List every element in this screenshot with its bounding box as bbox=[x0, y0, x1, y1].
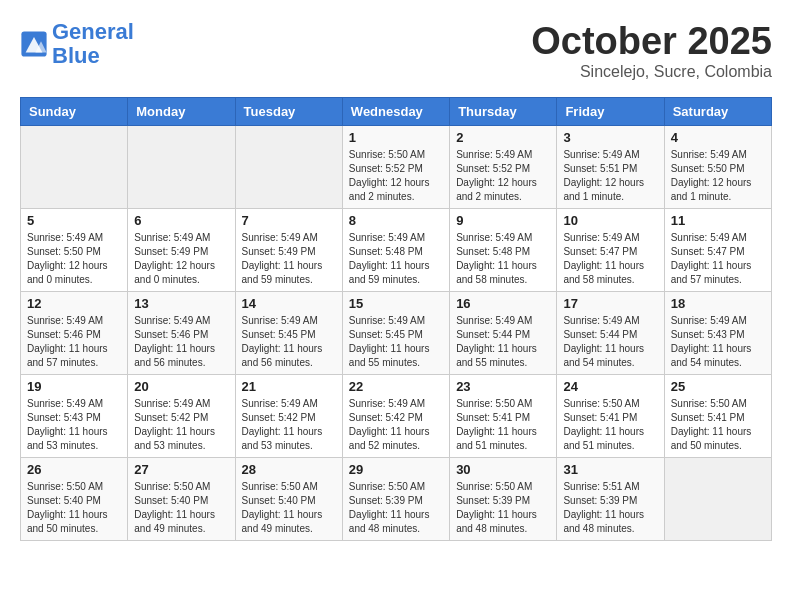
day-number: 8 bbox=[349, 213, 443, 228]
calendar-cell: 4Sunrise: 5:49 AM Sunset: 5:50 PM Daylig… bbox=[664, 126, 771, 209]
day-info: Sunrise: 5:49 AM Sunset: 5:42 PM Dayligh… bbox=[134, 397, 228, 453]
calendar-cell: 26Sunrise: 5:50 AM Sunset: 5:40 PM Dayli… bbox=[21, 458, 128, 541]
logo-icon bbox=[20, 30, 48, 58]
weekday-header-friday: Friday bbox=[557, 98, 664, 126]
day-number: 23 bbox=[456, 379, 550, 394]
title-block: October 2025 Sincelejo, Sucre, Colombia bbox=[531, 20, 772, 81]
calendar-cell: 25Sunrise: 5:50 AM Sunset: 5:41 PM Dayli… bbox=[664, 375, 771, 458]
calendar-cell: 13Sunrise: 5:49 AM Sunset: 5:46 PM Dayli… bbox=[128, 292, 235, 375]
calendar-cell: 2Sunrise: 5:49 AM Sunset: 5:52 PM Daylig… bbox=[450, 126, 557, 209]
week-row-4: 19Sunrise: 5:49 AM Sunset: 5:43 PM Dayli… bbox=[21, 375, 772, 458]
day-info: Sunrise: 5:49 AM Sunset: 5:50 PM Dayligh… bbox=[27, 231, 121, 287]
weekday-header-row: SundayMondayTuesdayWednesdayThursdayFrid… bbox=[21, 98, 772, 126]
calendar-cell: 23Sunrise: 5:50 AM Sunset: 5:41 PM Dayli… bbox=[450, 375, 557, 458]
calendar-cell: 30Sunrise: 5:50 AM Sunset: 5:39 PM Dayli… bbox=[450, 458, 557, 541]
calendar-cell: 3Sunrise: 5:49 AM Sunset: 5:51 PM Daylig… bbox=[557, 126, 664, 209]
weekday-header-sunday: Sunday bbox=[21, 98, 128, 126]
day-number: 4 bbox=[671, 130, 765, 145]
day-info: Sunrise: 5:49 AM Sunset: 5:49 PM Dayligh… bbox=[242, 231, 336, 287]
calendar-cell: 11Sunrise: 5:49 AM Sunset: 5:47 PM Dayli… bbox=[664, 209, 771, 292]
day-number: 17 bbox=[563, 296, 657, 311]
day-info: Sunrise: 5:49 AM Sunset: 5:42 PM Dayligh… bbox=[349, 397, 443, 453]
calendar-cell bbox=[128, 126, 235, 209]
weekday-header-thursday: Thursday bbox=[450, 98, 557, 126]
calendar-cell: 31Sunrise: 5:51 AM Sunset: 5:39 PM Dayli… bbox=[557, 458, 664, 541]
day-number: 7 bbox=[242, 213, 336, 228]
day-number: 21 bbox=[242, 379, 336, 394]
calendar-cell bbox=[21, 126, 128, 209]
calendar-cell bbox=[664, 458, 771, 541]
day-info: Sunrise: 5:49 AM Sunset: 5:47 PM Dayligh… bbox=[671, 231, 765, 287]
page-header: General Blue October 2025 Sincelejo, Suc… bbox=[20, 20, 772, 81]
day-number: 14 bbox=[242, 296, 336, 311]
day-number: 31 bbox=[563, 462, 657, 477]
day-number: 1 bbox=[349, 130, 443, 145]
weekday-header-tuesday: Tuesday bbox=[235, 98, 342, 126]
weekday-header-monday: Monday bbox=[128, 98, 235, 126]
day-info: Sunrise: 5:49 AM Sunset: 5:46 PM Dayligh… bbox=[134, 314, 228, 370]
day-number: 11 bbox=[671, 213, 765, 228]
calendar-cell: 24Sunrise: 5:50 AM Sunset: 5:41 PM Dayli… bbox=[557, 375, 664, 458]
day-info: Sunrise: 5:49 AM Sunset: 5:47 PM Dayligh… bbox=[563, 231, 657, 287]
calendar-cell: 7Sunrise: 5:49 AM Sunset: 5:49 PM Daylig… bbox=[235, 209, 342, 292]
day-info: Sunrise: 5:51 AM Sunset: 5:39 PM Dayligh… bbox=[563, 480, 657, 536]
logo-text-general: General bbox=[52, 19, 134, 44]
calendar-cell: 14Sunrise: 5:49 AM Sunset: 5:45 PM Dayli… bbox=[235, 292, 342, 375]
day-number: 6 bbox=[134, 213, 228, 228]
calendar-cell: 29Sunrise: 5:50 AM Sunset: 5:39 PM Dayli… bbox=[342, 458, 449, 541]
logo-text-blue: Blue bbox=[52, 43, 100, 68]
day-number: 24 bbox=[563, 379, 657, 394]
calendar-table: SundayMondayTuesdayWednesdayThursdayFrid… bbox=[20, 97, 772, 541]
calendar-cell: 22Sunrise: 5:49 AM Sunset: 5:42 PM Dayli… bbox=[342, 375, 449, 458]
day-number: 27 bbox=[134, 462, 228, 477]
day-info: Sunrise: 5:49 AM Sunset: 5:51 PM Dayligh… bbox=[563, 148, 657, 204]
calendar-cell: 5Sunrise: 5:49 AM Sunset: 5:50 PM Daylig… bbox=[21, 209, 128, 292]
day-number: 16 bbox=[456, 296, 550, 311]
day-info: Sunrise: 5:49 AM Sunset: 5:44 PM Dayligh… bbox=[456, 314, 550, 370]
calendar-cell bbox=[235, 126, 342, 209]
day-number: 25 bbox=[671, 379, 765, 394]
day-number: 30 bbox=[456, 462, 550, 477]
day-number: 20 bbox=[134, 379, 228, 394]
calendar-cell: 17Sunrise: 5:49 AM Sunset: 5:44 PM Dayli… bbox=[557, 292, 664, 375]
day-info: Sunrise: 5:49 AM Sunset: 5:44 PM Dayligh… bbox=[563, 314, 657, 370]
weekday-header-saturday: Saturday bbox=[664, 98, 771, 126]
calendar-cell: 10Sunrise: 5:49 AM Sunset: 5:47 PM Dayli… bbox=[557, 209, 664, 292]
day-number: 26 bbox=[27, 462, 121, 477]
month-title: October 2025 bbox=[531, 20, 772, 63]
day-info: Sunrise: 5:49 AM Sunset: 5:45 PM Dayligh… bbox=[242, 314, 336, 370]
day-number: 13 bbox=[134, 296, 228, 311]
day-info: Sunrise: 5:50 AM Sunset: 5:41 PM Dayligh… bbox=[456, 397, 550, 453]
calendar-cell: 8Sunrise: 5:49 AM Sunset: 5:48 PM Daylig… bbox=[342, 209, 449, 292]
day-info: Sunrise: 5:50 AM Sunset: 5:39 PM Dayligh… bbox=[456, 480, 550, 536]
day-info: Sunrise: 5:50 AM Sunset: 5:40 PM Dayligh… bbox=[134, 480, 228, 536]
calendar-cell: 15Sunrise: 5:49 AM Sunset: 5:45 PM Dayli… bbox=[342, 292, 449, 375]
day-number: 22 bbox=[349, 379, 443, 394]
calendar-cell: 19Sunrise: 5:49 AM Sunset: 5:43 PM Dayli… bbox=[21, 375, 128, 458]
day-info: Sunrise: 5:49 AM Sunset: 5:49 PM Dayligh… bbox=[134, 231, 228, 287]
day-number: 12 bbox=[27, 296, 121, 311]
day-info: Sunrise: 5:49 AM Sunset: 5:48 PM Dayligh… bbox=[456, 231, 550, 287]
calendar-cell: 1Sunrise: 5:50 AM Sunset: 5:52 PM Daylig… bbox=[342, 126, 449, 209]
week-row-1: 1Sunrise: 5:50 AM Sunset: 5:52 PM Daylig… bbox=[21, 126, 772, 209]
week-row-2: 5Sunrise: 5:49 AM Sunset: 5:50 PM Daylig… bbox=[21, 209, 772, 292]
calendar-cell: 16Sunrise: 5:49 AM Sunset: 5:44 PM Dayli… bbox=[450, 292, 557, 375]
day-info: Sunrise: 5:50 AM Sunset: 5:40 PM Dayligh… bbox=[242, 480, 336, 536]
calendar-cell: 18Sunrise: 5:49 AM Sunset: 5:43 PM Dayli… bbox=[664, 292, 771, 375]
day-number: 19 bbox=[27, 379, 121, 394]
day-number: 5 bbox=[27, 213, 121, 228]
day-number: 15 bbox=[349, 296, 443, 311]
day-number: 29 bbox=[349, 462, 443, 477]
day-info: Sunrise: 5:49 AM Sunset: 5:52 PM Dayligh… bbox=[456, 148, 550, 204]
week-row-5: 26Sunrise: 5:50 AM Sunset: 5:40 PM Dayli… bbox=[21, 458, 772, 541]
day-info: Sunrise: 5:50 AM Sunset: 5:52 PM Dayligh… bbox=[349, 148, 443, 204]
day-number: 2 bbox=[456, 130, 550, 145]
day-info: Sunrise: 5:49 AM Sunset: 5:45 PM Dayligh… bbox=[349, 314, 443, 370]
day-info: Sunrise: 5:49 AM Sunset: 5:43 PM Dayligh… bbox=[27, 397, 121, 453]
day-info: Sunrise: 5:49 AM Sunset: 5:50 PM Dayligh… bbox=[671, 148, 765, 204]
calendar-cell: 21Sunrise: 5:49 AM Sunset: 5:42 PM Dayli… bbox=[235, 375, 342, 458]
day-info: Sunrise: 5:49 AM Sunset: 5:43 PM Dayligh… bbox=[671, 314, 765, 370]
calendar-cell: 9Sunrise: 5:49 AM Sunset: 5:48 PM Daylig… bbox=[450, 209, 557, 292]
weekday-header-wednesday: Wednesday bbox=[342, 98, 449, 126]
calendar-cell: 27Sunrise: 5:50 AM Sunset: 5:40 PM Dayli… bbox=[128, 458, 235, 541]
